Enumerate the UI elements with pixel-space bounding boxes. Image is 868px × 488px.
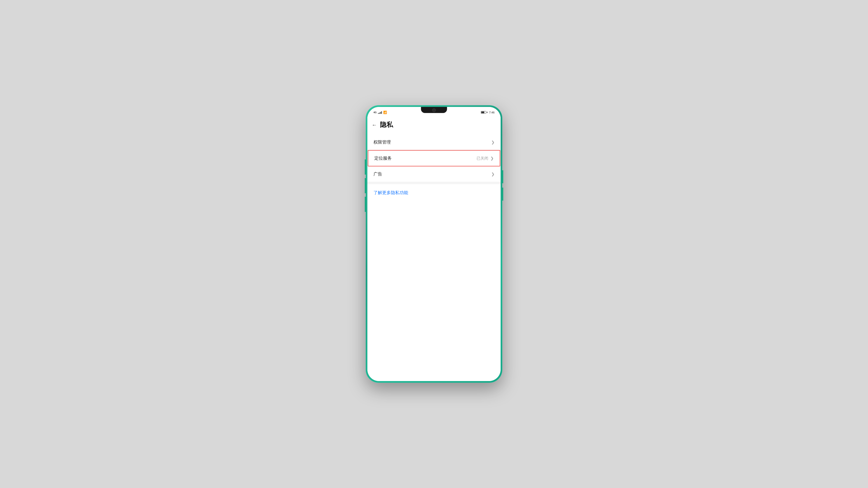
volume-up-button[interactable] [365,178,366,193]
page-title: 隐私 [380,120,393,129]
right-button-top[interactable] [502,170,503,183]
back-button[interactable]: ← [372,122,377,128]
menu-item-ads-label: 广告 [373,171,382,177]
status-right: 7:46 [481,111,495,114]
battery-icon [481,111,487,113]
menu-item-permission-label: 权限管理 [373,139,391,145]
title-bar: ← 隐私 [367,117,501,132]
chevron-icon: ❯ [491,140,495,145]
phone-device: 4G 📶 7:46 ← 隐私 [366,105,502,383]
menu-item-permission-right: ❯ [491,140,495,145]
status-left: 4G 📶 [373,110,387,114]
notch [421,107,447,113]
section-divider [367,182,501,184]
volume-down-button[interactable] [365,197,366,212]
chevron-icon: ❯ [490,156,494,161]
screen-content: ← 隐私 权限管理 ❯ 定位服务 已关闭 ❯ [367,117,501,381]
learn-more-link[interactable]: 了解更多隐私功能 [367,184,501,201]
phone-screen: 4G 📶 7:46 ← 隐私 [367,107,501,381]
side-buttons-left [365,159,366,212]
time-display: 7:46 [489,111,495,114]
menu-item-location-service[interactable]: 定位服务 已关闭 ❯ [368,150,500,166]
side-buttons-right [502,170,503,201]
network-type-label: 4G [373,111,377,113]
chevron-icon: ❯ [491,172,495,176]
menu-item-ads[interactable]: 广告 ❯ [367,166,501,182]
wifi-icon: 📶 [383,110,387,114]
menu-list: 权限管理 ❯ 定位服务 已关闭 ❯ 广告 [367,134,501,201]
menu-item-location-right: 已关闭 ❯ [476,156,494,161]
right-button-bottom[interactable] [502,188,503,201]
menu-item-permission-management[interactable]: 权限管理 ❯ [367,134,501,150]
signal-icon [378,111,382,114]
power-button[interactable] [365,159,366,174]
menu-item-location-label: 定位服务 [374,155,392,161]
location-status-label: 已关闭 [476,156,488,161]
menu-item-ads-right: ❯ [491,172,495,176]
